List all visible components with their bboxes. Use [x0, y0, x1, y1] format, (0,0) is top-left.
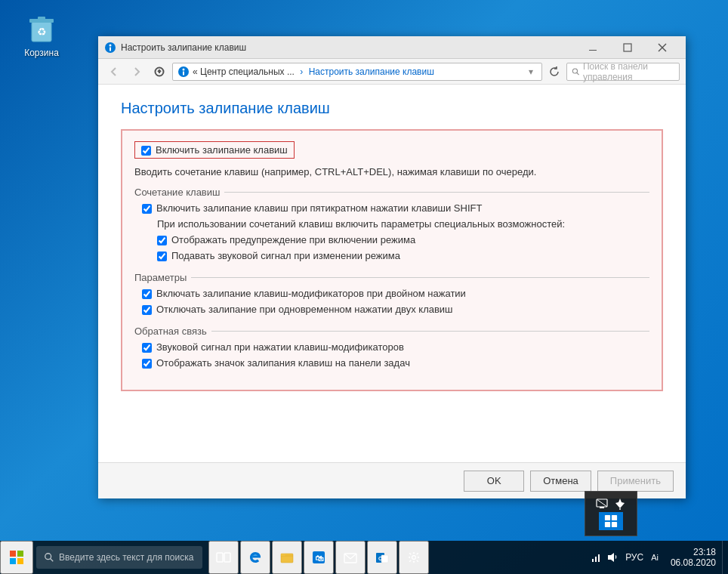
network-icon[interactable]: [589, 551, 603, 564]
main-checkbox-label[interactable]: Включить залипание клавиш: [141, 144, 288, 156]
svg-rect-25: [10, 551, 16, 557]
section-feedback-title: Обратная связь: [134, 326, 207, 337]
address-dropdown-button[interactable]: ▾: [525, 66, 537, 78]
param-checkbox-2-label[interactable]: Отключать залипание при одновременном на…: [142, 304, 649, 315]
param-checkbox-2-text: Отключать залипание при одновременном на…: [156, 304, 453, 315]
notification-popup: [585, 491, 637, 536]
store-button[interactable]: 🛍: [304, 541, 334, 574]
svg-line-16: [577, 73, 579, 75]
volume-svg: [606, 551, 618, 563]
language-indicator[interactable]: РУС: [622, 552, 646, 563]
window-toolbar: « Центр специальных ... › Настроить зали…: [98, 59, 686, 85]
main-checkbox[interactable]: [141, 146, 151, 156]
param-checkbox-1-text: Включать залипание клавиш-модификаторов …: [156, 288, 466, 299]
start-button[interactable]: [0, 541, 33, 574]
section-divider-3: [211, 331, 649, 332]
search-icon: [572, 66, 580, 77]
address-bar[interactable]: « Центр специальных ... › Настроить зали…: [172, 63, 542, 81]
param-checkbox-1-label[interactable]: Включать залипание клавиш-модификаторов …: [142, 288, 649, 299]
close-button[interactable]: [645, 36, 680, 59]
param-checkbox-2[interactable]: [142, 305, 152, 315]
svg-rect-43: [595, 557, 597, 562]
feedback-checkbox-2[interactable]: [142, 359, 152, 369]
mail-icon: [343, 550, 358, 565]
feedback-checkbox-1-label[interactable]: Звуковой сигнал при нажатии клавиш-модиф…: [142, 341, 649, 353]
taskbar-search[interactable]: Введите здесь текст для поиска: [36, 546, 202, 569]
svg-rect-32: [224, 553, 230, 562]
svg-rect-28: [17, 558, 23, 564]
section-parameters-title: Параметры: [134, 272, 187, 283]
minimize-button[interactable]: [575, 36, 610, 59]
maximize-button[interactable]: [610, 36, 645, 59]
shortcut-sub-checkbox-1[interactable]: [157, 236, 167, 245]
clock-time: 23:18: [693, 547, 716, 557]
taskbar-right: РУС Ai 23:18 06.08.2020: [585, 541, 728, 574]
section-divider-2: [191, 277, 649, 278]
explorer-button[interactable]: [272, 541, 302, 574]
notification-pin-icon[interactable]: [613, 497, 627, 511]
svg-text:🛍: 🛍: [315, 554, 324, 563]
explorer-icon: [279, 550, 295, 565]
taskbar: Введите здесь текст для поиска: [0, 541, 728, 574]
search-bar[interactable]: Поиск в панели управления: [566, 63, 680, 81]
notification-icons: [595, 497, 627, 511]
network-svg: [590, 551, 602, 563]
outlook-icon: O: [375, 550, 390, 565]
svg-point-13: [183, 68, 185, 70]
svg-line-18: [597, 499, 607, 507]
svg-rect-19: [600, 507, 604, 508]
notification-screen-icon[interactable]: [595, 497, 609, 511]
shortcut-checkbox-1-label[interactable]: Включить залипание клавиш при пятикратно…: [142, 202, 649, 214]
settings-box: Включить залипание клавиш Вводить сочета…: [121, 129, 663, 391]
window-icon: [104, 42, 116, 54]
shortcut-checkbox-1[interactable]: [142, 204, 152, 214]
cancel-button[interactable]: Отмена: [530, 471, 591, 492]
up-button[interactable]: [150, 62, 169, 82]
store-icon: 🛍: [311, 550, 326, 565]
windows-logo-icon: [10, 551, 23, 564]
settings-window: Настроить залипание клавиш: [98, 36, 686, 498]
svg-rect-7: [589, 50, 597, 51]
svg-point-15: [572, 68, 577, 73]
svg-point-29: [45, 554, 51, 560]
system-tray: РУС Ai: [585, 551, 665, 564]
ok-button[interactable]: OK: [464, 471, 524, 492]
svg-rect-2: [38, 17, 45, 20]
task-view-button[interactable]: [208, 541, 239, 574]
feedback-checkbox-2-text: Отображать значок залипания клавиш на па…: [156, 357, 410, 369]
section-parameters-content: Включать залипание клавиш-модификаторов …: [142, 288, 649, 315]
volume-icon[interactable]: [606, 551, 619, 564]
section-keyboard-shortcut: Сочетание клавиш Включить залипание клав…: [134, 187, 649, 261]
outlook-button[interactable]: O: [367, 541, 397, 574]
shortcut-sub-checkbox-1-label[interactable]: Отображать предупреждение при включении …: [157, 234, 649, 245]
shortcut-sub-checkbox-2-label[interactable]: Подавать звуковой сигнал при изменении р…: [157, 250, 649, 261]
param-checkbox-1[interactable]: [142, 289, 152, 299]
svg-rect-27: [10, 558, 16, 564]
apply-button[interactable]: Применить: [597, 471, 674, 492]
notification-app-icon[interactable]: [599, 512, 623, 530]
search-placeholder: Поиск в панели управления: [583, 61, 674, 82]
section-keyboard-shortcut-header: Сочетание клавиш: [134, 187, 649, 198]
taskbar-clock[interactable]: 23:18 06.08.2020: [665, 541, 722, 574]
recycle-bin-icon[interactable]: ♻ Корзина: [15, 11, 68, 58]
section-keyboard-shortcut-content: Включить залипание клавиш при пятикратно…: [142, 202, 649, 261]
feedback-checkbox-2-label[interactable]: Отображать значок залипания клавиш на па…: [142, 357, 649, 369]
mail-button[interactable]: [335, 541, 366, 574]
svg-rect-42: [592, 559, 594, 562]
edge-button[interactable]: [240, 541, 270, 574]
section-divider: [224, 192, 649, 193]
section-keyboard-shortcut-title: Сочетание клавиш: [134, 187, 220, 198]
taskbar-search-icon: [44, 552, 54, 563]
shortcut-sub-checkbox-2[interactable]: [157, 252, 167, 261]
back-button[interactable]: [104, 62, 124, 82]
forward-button[interactable]: [127, 62, 147, 82]
app-icon: [604, 514, 618, 528]
shortcut-checkbox-1-text: Включить залипание клавиш при пятикратно…: [156, 202, 482, 214]
main-checkbox-text: Включить залипание клавиш: [156, 144, 288, 156]
svg-rect-24: [612, 522, 617, 527]
window-controls: [575, 36, 680, 59]
refresh-button[interactable]: [545, 63, 563, 81]
settings-taskbar-button[interactable]: [399, 541, 429, 574]
feedback-checkbox-1[interactable]: [142, 343, 152, 353]
show-desktop-button[interactable]: [722, 541, 728, 574]
